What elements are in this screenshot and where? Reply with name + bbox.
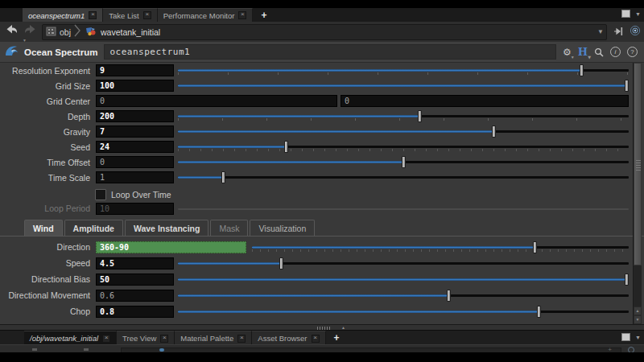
breadcrumb-root[interactable]: obj <box>60 27 71 37</box>
tab-asset-browser[interactable]: Asset Browser <box>252 331 325 345</box>
pane-menu-icon[interactable] <box>635 11 641 17</box>
pin-icon[interactable] <box>614 25 624 39</box>
tab-tree-view[interactable]: Tree View <box>117 331 175 345</box>
vertical-scrollbar[interactable] <box>633 63 642 324</box>
node-name-input[interactable]: oceanspectrum1 <box>104 44 556 60</box>
direction-input[interactable]: 360-90 <box>96 241 246 253</box>
scroll-down-icon[interactable] <box>634 315 642 324</box>
param-row-directional-movement: Directional Movement 0.6 <box>0 287 644 303</box>
tab-oceanspectrum1[interactable]: oceanspectrum1 <box>23 8 103 22</box>
param-tab-strip: Wind Amplitude Wave Instancing Mask Visu… <box>0 219 644 237</box>
slider-handle[interactable] <box>447 290 451 302</box>
depth-input[interactable]: 200 <box>96 110 174 122</box>
directional-bias-slider[interactable] <box>178 274 629 286</box>
close-icon[interactable] <box>89 11 97 19</box>
direction-slider[interactable] <box>252 241 629 253</box>
slider-handle[interactable] <box>580 64 584 76</box>
close-icon[interactable] <box>143 11 151 19</box>
slider-handle[interactable] <box>533 241 537 253</box>
houdini-window: oceanspectrum1 Take List Performance Mon… <box>0 0 644 362</box>
pane-maximize-icon[interactable] <box>621 10 630 18</box>
tab-label: Material Palette <box>180 334 233 343</box>
close-icon[interactable] <box>237 335 246 343</box>
chevron-right-icon <box>74 24 81 40</box>
grid-size-input[interactable]: 100 <box>96 80 174 92</box>
slider-handle[interactable] <box>418 110 422 122</box>
add-tab-icon[interactable] <box>326 331 348 345</box>
back-icon[interactable] <box>6 25 18 34</box>
time-scale-input[interactable]: 1 <box>96 171 174 183</box>
breadcrumb[interactable]: obj wavetank_initial <box>42 24 607 40</box>
directional-bias-input[interactable]: 50 <box>96 274 174 286</box>
add-tab-icon[interactable] <box>253 8 275 22</box>
tab-wave-instancing[interactable]: Wave Instancing <box>125 220 208 236</box>
param-row-speed: Speed 4.5 <box>0 255 644 271</box>
slider-track[interactable] <box>178 176 629 179</box>
checkbox-label: Loop Over Time <box>111 190 171 200</box>
grid-center-y-input[interactable]: 0 <box>341 95 629 107</box>
chop-slider[interactable] <box>178 306 629 318</box>
scroll-up-icon[interactable] <box>634 306 642 315</box>
slider-handle[interactable] <box>537 306 541 318</box>
tab-amplitude[interactable]: Amplitude <box>64 220 123 236</box>
speed-input[interactable]: 4.5 <box>96 257 174 269</box>
time-offset-slider[interactable] <box>178 156 629 168</box>
pane-menu-icon[interactable] <box>635 335 641 340</box>
forward-icon[interactable] <box>24 25 35 34</box>
parameter-list: Resolution Exponent 9 Grid Size 100 <box>0 63 644 319</box>
tab-parameter-pane[interactable]: /obj/wavetank_initial <box>24 331 117 345</box>
time-scale-slider[interactable] <box>178 171 629 183</box>
directional-movement-input[interactable]: 0.6 <box>96 290 174 302</box>
seed-slider[interactable] <box>178 141 629 153</box>
tab-performance-monitor[interactable]: Performance Monitor <box>158 8 254 22</box>
slider-handle[interactable] <box>279 257 283 269</box>
bottom-black-strip <box>0 352 644 362</box>
param-row-resolution-exponent: Resolution Exponent 9 <box>0 63 644 78</box>
slider-handle[interactable] <box>402 156 406 168</box>
tab-wind[interactable]: Wind <box>24 220 63 236</box>
slider-fill <box>178 294 448 297</box>
help-icon[interactable] <box>627 47 638 57</box>
grid-size-slider[interactable] <box>178 80 629 92</box>
slider-handle[interactable] <box>625 274 629 286</box>
slider-handle[interactable] <box>492 125 496 138</box>
slider-handle[interactable] <box>625 80 629 92</box>
scrollbar-thumb[interactable] <box>634 63 642 265</box>
close-icon[interactable] <box>238 11 246 19</box>
loop-over-time-checkbox[interactable] <box>95 189 106 200</box>
gear-icon[interactable] <box>563 47 572 58</box>
depth-slider[interactable] <box>178 110 629 122</box>
close-icon[interactable] <box>102 335 110 343</box>
gravity-input[interactable]: 7 <box>96 125 174 138</box>
seed-input[interactable]: 24 <box>96 141 174 153</box>
houdini-logo-icon[interactable] <box>578 46 588 58</box>
tab-material-palette[interactable]: Material Palette <box>175 331 252 345</box>
slider-fill <box>178 146 286 148</box>
time-offset-input[interactable]: 0 <box>96 156 174 168</box>
close-icon[interactable] <box>312 335 320 343</box>
tab-mask[interactable]: Mask <box>210 220 248 236</box>
radar-icon[interactable] <box>630 25 641 39</box>
param-row-seed: Seed 24 <box>0 139 644 154</box>
chop-input[interactable]: 0.8 <box>96 306 174 318</box>
search-icon[interactable] <box>594 47 604 57</box>
bottom-tabs: /obj/wavetank_initial Tree View Material… <box>24 331 348 345</box>
breadcrumb-node[interactable]: wavetank_initial <box>101 27 160 37</box>
directional-movement-slider[interactable] <box>178 290 629 302</box>
tab-take-list[interactable]: Take List <box>103 8 158 22</box>
scrollbar-grip <box>636 160 641 171</box>
tab-visualization[interactable]: Visualization <box>250 220 315 236</box>
grid-center-x-input[interactable]: 0 <box>96 95 337 107</box>
resolution-exponent-slider[interactable] <box>178 64 629 76</box>
param-label: Grid Size <box>0 81 96 91</box>
path-dropdown-icon[interactable] <box>597 28 604 35</box>
resolution-exponent-input[interactable]: 9 <box>96 64 174 76</box>
param-row-directional-bias: Directional Bias 50 <box>0 271 644 287</box>
gravity-slider[interactable] <box>178 125 629 138</box>
close-icon[interactable] <box>160 335 168 343</box>
pane-maximize-icon[interactable] <box>621 333 630 341</box>
info-icon[interactable] <box>610 47 621 57</box>
slider-handle[interactable] <box>221 171 225 183</box>
slider-handle[interactable] <box>284 141 288 153</box>
speed-slider[interactable] <box>178 257 629 269</box>
